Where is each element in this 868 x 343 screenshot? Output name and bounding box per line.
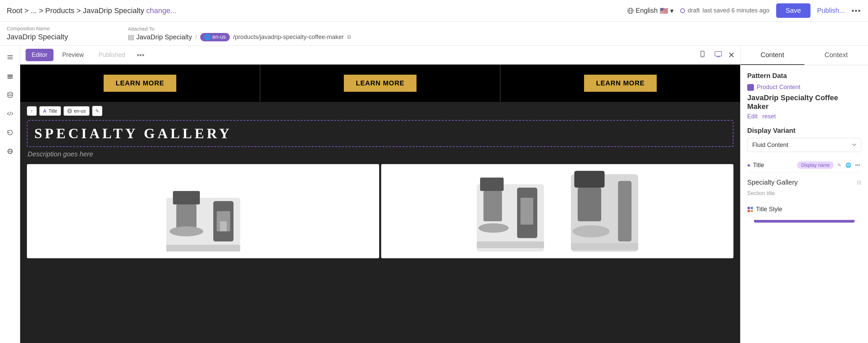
copy-icon[interactable]: ⧉ bbox=[347, 34, 351, 40]
tab-content[interactable]: Content bbox=[741, 46, 804, 65]
sidebar-item-layers[interactable] bbox=[4, 70, 16, 82]
publish-button[interactable]: Publish... bbox=[817, 7, 845, 14]
title-style-label: Title Style bbox=[756, 206, 861, 213]
sidebar-item-globe[interactable] bbox=[4, 145, 16, 157]
section-description: Description goes here bbox=[20, 148, 740, 161]
specialty-gallery-value: Specialty Gallery bbox=[747, 179, 798, 186]
svg-rect-3 bbox=[7, 55, 13, 56]
svg-rect-39 bbox=[578, 188, 601, 221]
field-edit-button[interactable]: ✎ bbox=[836, 161, 842, 169]
title-up-button[interactable]: ↑ bbox=[27, 106, 37, 116]
gallery-item-2[interactable] bbox=[381, 164, 734, 258]
banner-row: LEARN MORE LEARN MORE LEARN MORE bbox=[20, 65, 740, 102]
up-arrow-icon: ↑ bbox=[31, 108, 33, 114]
svg-rect-16 bbox=[715, 52, 722, 56]
sidebar-item-menu[interactable] bbox=[4, 51, 16, 63]
title-type-button[interactable]: A Title bbox=[39, 106, 61, 116]
section-title-container[interactable]: SPECIALTY GALLERY bbox=[27, 120, 734, 147]
title-field-row: ◆ Title Display name ✎ 🌐 ••• bbox=[747, 158, 861, 173]
desktop-preview-button[interactable] bbox=[712, 50, 725, 61]
svg-rect-50 bbox=[751, 210, 753, 212]
sidebar-item-code[interactable] bbox=[4, 107, 16, 120]
toolbar-right: ✕ bbox=[696, 50, 735, 61]
sidebar-item-database[interactable] bbox=[4, 89, 16, 101]
svg-rect-5 bbox=[7, 59, 13, 59]
composition-name-group: Composition Name bbox=[7, 26, 108, 41]
tab-published[interactable]: Published bbox=[93, 49, 131, 61]
display-variant-select[interactable]: Fluid Content bbox=[747, 138, 861, 152]
title-pencil-button[interactable]: ✎ bbox=[92, 106, 102, 116]
title-field-label: Title bbox=[49, 108, 57, 114]
title-edit-bar: ↑ A Title en-us ✎ bbox=[20, 102, 740, 120]
banner-item-1: LEARN MORE bbox=[20, 65, 260, 102]
composition-label: Composition Name bbox=[7, 26, 108, 31]
attached-name: ▤ JavaDrip Specialty bbox=[128, 33, 192, 41]
banner-item-2: LEARN MORE bbox=[260, 65, 501, 102]
mobile-icon bbox=[699, 51, 706, 58]
stack-icon bbox=[747, 207, 753, 213]
product-content-label[interactable]: Product Content bbox=[757, 84, 800, 91]
save-button[interactable]: Save bbox=[776, 3, 810, 18]
breadcrumb-products[interactable]: Products bbox=[45, 6, 75, 15]
locale-globe-icon: 🌐 bbox=[204, 34, 211, 40]
field-actions: ✎ 🌐 ••• bbox=[836, 161, 861, 169]
attached-to-label: Attached To bbox=[128, 26, 861, 32]
svg-rect-7 bbox=[7, 76, 13, 77]
svg-rect-35 bbox=[521, 198, 533, 225]
editor-area: Editor Preview Published ••• ✕ LEARN MOR… bbox=[20, 46, 740, 343]
database-icon bbox=[7, 91, 13, 98]
mobile-preview-button[interactable] bbox=[696, 50, 709, 61]
draft-circle-icon bbox=[680, 8, 685, 13]
field-globe-button[interactable]: 🌐 bbox=[844, 161, 852, 169]
locale-pill[interactable]: 🌐 en-us bbox=[200, 33, 230, 41]
svg-rect-47 bbox=[748, 207, 750, 209]
product-name: JavaDrip Specialty Coffee Maker bbox=[747, 93, 861, 111]
section-title-label: Section title bbox=[747, 190, 861, 196]
edit-link[interactable]: Edit bbox=[747, 113, 758, 120]
svg-point-9 bbox=[8, 92, 12, 94]
learn-more-button-1[interactable]: LEARN MORE bbox=[104, 75, 176, 92]
svg-rect-32 bbox=[484, 191, 502, 221]
language-selector[interactable]: English 🇺🇸 ▾ bbox=[627, 7, 674, 15]
breadcrumb-change-link[interactable]: change... bbox=[146, 6, 177, 15]
pattern-data-label: Pattern Data bbox=[747, 72, 861, 80]
breadcrumb-sep1: > bbox=[24, 6, 29, 15]
composition-name-input[interactable] bbox=[7, 33, 108, 41]
panel-body: Pattern Data Product Content JavaDrip Sp… bbox=[741, 65, 868, 343]
left-sidebar bbox=[0, 46, 20, 343]
tab-preview[interactable]: Preview bbox=[56, 49, 90, 61]
svg-point-33 bbox=[478, 223, 509, 233]
svg-rect-41 bbox=[618, 181, 631, 242]
display-variant-label: Display Variant bbox=[747, 127, 861, 134]
pattern-data-row: Product Content bbox=[747, 84, 861, 91]
attached-to-group: Attached To ▤ JavaDrip Specialty / 🌐 en-… bbox=[128, 26, 861, 41]
svg-point-40 bbox=[572, 225, 610, 238]
breadcrumb: Root > ... > Products > JavaDrip Special… bbox=[7, 6, 177, 15]
learn-more-button-2[interactable]: LEARN MORE bbox=[344, 75, 416, 92]
svg-line-10 bbox=[10, 112, 10, 116]
svg-rect-36 bbox=[477, 242, 544, 248]
more-options-button[interactable]: ••• bbox=[851, 6, 861, 15]
language-label: English bbox=[636, 7, 658, 14]
breadcrumb-sep3: > bbox=[76, 6, 81, 15]
close-editor-button[interactable]: ✕ bbox=[728, 51, 735, 60]
toolbar-dots-button[interactable]: ••• bbox=[136, 51, 144, 60]
learn-more-button-3[interactable]: LEARN MORE bbox=[584, 75, 657, 92]
pattern-icon bbox=[747, 84, 754, 91]
tab-editor[interactable]: Editor bbox=[26, 49, 54, 61]
menu-icon bbox=[7, 54, 13, 61]
breadcrumb-root: Root bbox=[7, 6, 22, 15]
tab-context[interactable]: Context bbox=[804, 46, 868, 65]
title-locale-button[interactable]: en-us bbox=[64, 106, 90, 116]
breadcrumb-ellipsis: ... bbox=[31, 6, 37, 15]
reset-link[interactable]: reset bbox=[762, 113, 776, 120]
attached-to-row: ▤ JavaDrip Specialty / 🌐 en-us /products… bbox=[128, 33, 861, 41]
editor-toolbar: Editor Preview Published ••• ✕ bbox=[20, 46, 740, 65]
svg-point-25 bbox=[169, 226, 203, 237]
globe-small-icon bbox=[67, 108, 72, 113]
sidebar-item-history[interactable] bbox=[4, 126, 16, 138]
gallery-item-1[interactable] bbox=[27, 164, 379, 258]
svg-point-15 bbox=[702, 56, 703, 56]
field-more-button[interactable]: ••• bbox=[854, 161, 861, 169]
globe-sidebar-icon bbox=[7, 148, 13, 155]
